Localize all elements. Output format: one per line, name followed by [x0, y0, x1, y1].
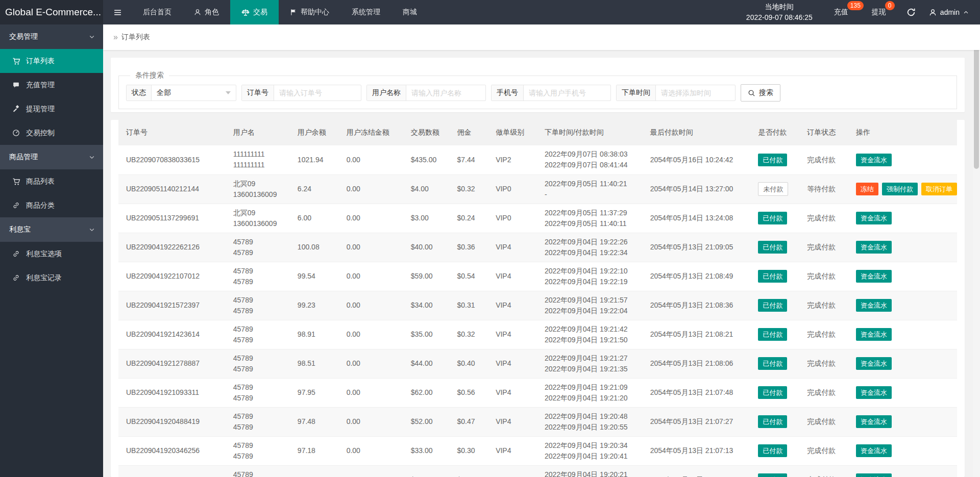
last-pay-time: 2054年05月13日 21:07:48	[643, 378, 751, 407]
pay-status-cell: 已付款	[750, 349, 799, 378]
admin-menu[interactable]: admin	[929, 8, 969, 16]
link-icon	[12, 250, 21, 258]
user-name: 4578945789	[226, 349, 290, 378]
last-pay-time: 2054年05月13日 21:06:58	[643, 465, 751, 477]
sidebar-item-1[interactable]: 订单列表	[0, 49, 103, 73]
vertical-scrollbar[interactable]	[973, 24, 980, 477]
actions-cell: 资金流水	[848, 349, 957, 378]
nav-item-0[interactable]: 后台首页	[132, 0, 183, 24]
filter-label: 用户名称	[367, 85, 406, 101]
status-filter: 状态 全部	[126, 85, 236, 101]
order-pay-time: 2022年09月04日 19:21:092022年09月04日 19:21:20	[537, 378, 643, 407]
refresh-icon[interactable]	[906, 8, 916, 17]
commission: $0.32	[449, 320, 488, 349]
sidebar-group-0[interactable]: 交易管理	[0, 24, 103, 49]
nav-item-3[interactable]: 帮助中心	[279, 0, 340, 24]
sidebar-item-4[interactable]: 交易控制	[0, 121, 103, 145]
nav-item-5[interactable]: 商城	[391, 0, 428, 24]
action-button[interactable]: 强制付款	[882, 183, 918, 195]
sidebar-item-2[interactable]: 充值管理	[0, 73, 103, 97]
local-time-value: 2022-09-07 08:46:25	[746, 12, 813, 23]
user-balance: 98.91	[290, 320, 339, 349]
action-button[interactable]: 资金流水	[856, 328, 892, 341]
vip-level: VIP4	[488, 262, 537, 291]
action-button[interactable]: 资金流水	[856, 415, 892, 428]
sidebar-group-5[interactable]: 商品管理	[0, 145, 103, 169]
sidebar-item-7[interactable]: 商品分类	[0, 193, 103, 217]
sidebar-group-8[interactable]: 利息宝	[0, 217, 103, 242]
table-row: UB2209041922262126 4578945789 100.08 0.0…	[118, 233, 957, 262]
sidebar-item-label: 商品分类	[26, 201, 55, 210]
filter-input-3[interactable]	[656, 85, 735, 101]
action-button[interactable]: 资金流水	[856, 299, 892, 312]
pay-status-badge: 已付款	[758, 415, 787, 428]
action-button[interactable]: 资金流水	[856, 212, 892, 224]
recharge-link[interactable]: 充值 135	[834, 8, 848, 17]
vip-level: VIP2	[488, 145, 537, 174]
user-name: 4578945789	[226, 233, 290, 262]
pay-status-cell: 已付款	[750, 436, 799, 465]
cart-icon	[12, 178, 21, 186]
hamburger-menu-icon[interactable]	[103, 0, 132, 24]
pay-status-cell: 未付款	[750, 174, 799, 204]
action-button[interactable]: 资金流水	[856, 473, 892, 477]
user-balance: 6.24	[290, 174, 339, 204]
filter-input-2[interactable]	[524, 85, 610, 101]
trade-amount: $4.00	[403, 174, 450, 204]
commission: $0.47	[449, 407, 488, 436]
action-button[interactable]: 冻结	[856, 183, 878, 195]
actions-cell: 资金流水	[848, 378, 957, 407]
order-pay-time: 2022年09月05日 11:37:292022年09月05日 11:40:11	[537, 204, 643, 233]
status-select[interactable]: 全部	[152, 85, 236, 101]
actions-cell: 资金流水	[848, 320, 957, 349]
order-no: UB2209051140212144	[118, 174, 226, 204]
pay-status-cell: 已付款	[750, 204, 799, 233]
filter-input-0[interactable]	[274, 85, 361, 101]
user-balance: 97.95	[290, 378, 339, 407]
user-balance: 99.23	[290, 291, 339, 320]
action-button[interactable]: 取消订单	[921, 183, 957, 195]
pay-status-badge: 已付款	[758, 444, 787, 457]
order-status: 完成付款	[799, 204, 848, 233]
actions-cell: 资金流水	[848, 145, 957, 174]
action-button[interactable]: 资金流水	[856, 386, 892, 399]
last-pay-time: 2054年05月13日 21:08:21	[643, 320, 751, 349]
local-time: 当地时间 2022-09-07 08:46:25	[746, 2, 813, 23]
action-button[interactable]: 资金流水	[856, 357, 892, 370]
action-button[interactable]: 资金流水	[856, 241, 892, 254]
order-pay-time: 2022年09月04日 19:21:422022年09月04日 19:21:50	[537, 320, 643, 349]
action-button[interactable]: 资金流水	[856, 444, 892, 457]
sidebar-item-9[interactable]: 利息宝选项	[0, 242, 103, 266]
filter-input-1[interactable]	[406, 85, 485, 101]
sidebar-item-3[interactable]: 提现管理	[0, 97, 103, 121]
withdraw-link[interactable]: 提现 0	[872, 8, 886, 17]
last-pay-time: 2054年05月16日 10:24:42	[643, 145, 751, 174]
order-status: 完成付款	[799, 465, 848, 477]
chevron-up-icon	[963, 10, 969, 15]
sidebar-item-label: 利息宝选项	[26, 249, 62, 259]
sidebar-item-6[interactable]: 商品列表	[0, 169, 103, 193]
commission: $0.32	[449, 174, 488, 204]
order-status: 完成付款	[799, 233, 848, 262]
nav-item-2[interactable]: 交易	[230, 0, 279, 24]
nav-item-label: 角色	[205, 8, 219, 17]
order-status: 完成付款	[799, 349, 848, 378]
sidebar-item-label: 订单列表	[26, 57, 55, 66]
user-name: 4578945789	[226, 291, 290, 320]
order-status: 完成付款	[799, 291, 848, 320]
vip-level: VIP4	[488, 320, 537, 349]
nav-item-4[interactable]: 系统管理	[340, 0, 391, 24]
pay-status-cell: 已付款	[750, 233, 799, 262]
action-button[interactable]: 资金流水	[856, 154, 892, 166]
user-name: 4578945789	[226, 320, 290, 349]
sidebar-item-10[interactable]: 利息宝记录	[0, 266, 103, 290]
commission: $7.44	[449, 145, 488, 174]
sidebar-group-label: 利息宝	[9, 225, 31, 234]
nav-item-1[interactable]: 角色	[183, 0, 230, 24]
table-row: UB2209041920217445 4578945789 96.88 0.00…	[118, 465, 957, 477]
flag-icon	[290, 9, 297, 16]
action-button[interactable]: 资金流水	[856, 270, 892, 283]
search-button[interactable]: 搜索	[741, 84, 780, 102]
vip-level: VIP0	[488, 204, 537, 233]
table-row: UB2209041920488419 4578945789 97.48 0.00…	[118, 407, 957, 436]
